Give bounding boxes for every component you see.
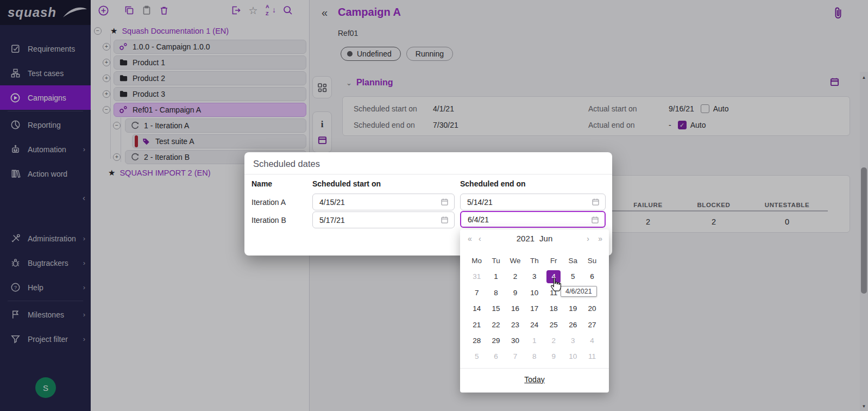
day-cell[interactable]: 17 xyxy=(525,302,544,315)
column-header-name: Name xyxy=(251,179,272,188)
next-year-icon[interactable]: » xyxy=(598,234,602,243)
next-month-icon[interactable]: › xyxy=(587,234,589,243)
day-cell[interactable]: 2 xyxy=(544,334,563,347)
day-cell[interactable]: 23 xyxy=(506,319,525,332)
day-cell[interactable]: 4 xyxy=(582,334,601,347)
row-name: Iteration B xyxy=(251,216,286,225)
column-header-end: Scheduled end on xyxy=(460,179,526,188)
end-date-input-iteration-b-focused[interactable]: 6/4/21 xyxy=(460,211,606,228)
year-button[interactable]: 2021 xyxy=(517,234,534,243)
calendar-icon[interactable] xyxy=(440,215,449,225)
day-cell[interactable]: 28 xyxy=(467,334,486,347)
day-cell[interactable]: 1 xyxy=(486,270,505,283)
day-cell[interactable]: 14 xyxy=(467,302,486,315)
day-cell[interactable]: 29 xyxy=(486,334,505,347)
day-cell[interactable]: 1 xyxy=(525,334,544,347)
day-cell[interactable]: 6 xyxy=(582,270,601,283)
datepicker-divider xyxy=(460,368,609,369)
day-cell[interactable]: 6 xyxy=(486,350,505,363)
day-cell[interactable]: 16 xyxy=(506,302,525,315)
calendar-icon[interactable] xyxy=(440,197,449,207)
calendar-icon[interactable] xyxy=(591,197,600,207)
day-cell-selected[interactable]: 4 xyxy=(546,270,561,283)
calendar-grid: Mo Tu We Th Fr Sa Su 31 1 2 3 4 5 6 7 8 … xyxy=(467,254,602,363)
weekday-label: Sa xyxy=(563,254,582,267)
day-cell[interactable]: 9 xyxy=(506,287,525,300)
day-cell[interactable]: 5 xyxy=(467,350,486,363)
start-date-input-iteration-a[interactable]: 4/15/21 xyxy=(312,194,455,210)
end-date-input-iteration-a[interactable]: 5/14/21 xyxy=(460,194,606,210)
month-button[interactable]: Jun xyxy=(539,234,552,243)
calendar-icon[interactable] xyxy=(590,215,600,225)
day-cell[interactable]: 25 xyxy=(544,319,563,332)
day-cell[interactable]: 24 xyxy=(525,319,544,332)
day-cell[interactable]: 26 xyxy=(563,319,582,332)
day-cell[interactable]: 2 xyxy=(506,270,525,283)
weekday-label: Fr xyxy=(544,254,563,267)
today-link[interactable]: Today xyxy=(524,375,544,384)
weekday-label: Su xyxy=(582,254,601,267)
day-cell[interactable]: 5 xyxy=(563,270,582,283)
day-cell[interactable]: 15 xyxy=(486,302,505,315)
datepicker-nav: « ‹ 2021Jun › » xyxy=(460,233,609,247)
day-cell[interactable]: 19 xyxy=(563,302,582,315)
day-cell[interactable]: 10 xyxy=(525,287,544,300)
today-row: Today xyxy=(460,375,609,384)
day-cell[interactable]: 20 xyxy=(582,302,601,315)
app-window: squash Requirements Test cases Campaigns xyxy=(0,0,868,411)
day-cell[interactable]: 7 xyxy=(467,287,486,300)
day-cell[interactable]: 8 xyxy=(486,287,505,300)
day-cell[interactable]: 10 xyxy=(563,350,582,363)
day-cell[interactable]: 3 xyxy=(525,270,544,283)
dialog-divider xyxy=(244,174,612,175)
date-tooltip: 4/6/2021 xyxy=(561,286,597,297)
day-cell[interactable]: 18 xyxy=(544,302,563,315)
day-cell[interactable]: 3 xyxy=(563,334,582,347)
day-cell[interactable]: 8 xyxy=(525,350,544,363)
weekday-label: We xyxy=(506,254,525,267)
column-header-start: Scheduled start on xyxy=(312,179,381,188)
day-cell[interactable]: 9 xyxy=(544,350,563,363)
day-cell[interactable]: 31 xyxy=(467,270,486,283)
datepicker-popup: « ‹ 2021Jun › » Mo Tu We Th Fr Sa Su 31 … xyxy=(460,229,609,393)
day-cell[interactable]: 7 xyxy=(506,350,525,363)
weekday-label: Th xyxy=(525,254,544,267)
day-cell[interactable]: 30 xyxy=(506,334,525,347)
row-name: Iteration A xyxy=(251,198,286,207)
weekday-label: Tu xyxy=(486,254,505,267)
start-date-input-iteration-b[interactable]: 5/17/21 xyxy=(312,211,455,228)
dialog-title: Scheduled dates xyxy=(253,159,320,169)
weekday-label: Mo xyxy=(467,254,486,267)
day-cell[interactable]: 11 xyxy=(582,350,601,363)
day-cell[interactable]: 21 xyxy=(467,319,486,332)
day-cell[interactable]: 27 xyxy=(582,319,601,332)
day-cell[interactable]: 22 xyxy=(486,319,505,332)
